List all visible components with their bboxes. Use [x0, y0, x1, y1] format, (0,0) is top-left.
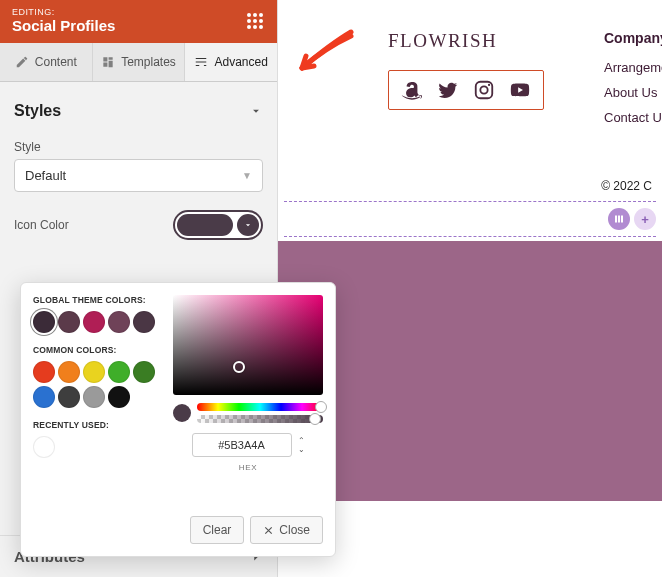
brand-logo-text: FLOWRISH [388, 30, 544, 52]
color-swatch[interactable] [58, 311, 80, 333]
footer-link[interactable]: Contact Us [604, 110, 662, 125]
style-select[interactable]: Default ▼ [14, 159, 263, 192]
close-icon [263, 525, 274, 536]
block-title: Social Profiles [12, 17, 115, 34]
footer-link[interactable]: Arrangements [604, 60, 662, 75]
sidebar-header: EDITING: Social Profiles [0, 0, 277, 43]
close-button[interactable]: Close [250, 516, 323, 544]
saturation-lightness-field[interactable] [173, 295, 323, 395]
add-block-button[interactable]: + [634, 208, 656, 230]
templates-icon [101, 55, 115, 69]
tab-templates[interactable]: Templates [93, 43, 186, 81]
color-swatch[interactable] [83, 386, 105, 408]
social-profiles-block[interactable] [388, 70, 544, 110]
color-swatch[interactable] [83, 311, 105, 333]
editing-label: EDITING: [12, 7, 115, 17]
color-swatch[interactable] [83, 361, 105, 383]
tab-bar: Content Templates Advanced [0, 43, 277, 82]
chevron-down-icon: ▼ [242, 170, 252, 181]
tab-label: Content [35, 55, 77, 69]
color-dropdown-toggle[interactable] [237, 214, 259, 236]
color-swatch[interactable] [133, 311, 155, 333]
common-swatches [33, 361, 173, 408]
chevron-down-icon [249, 104, 263, 118]
global-colors-title: GLOBAL THEME COLORS: [33, 295, 173, 305]
drag-handle-icon[interactable] [245, 11, 265, 31]
alpha-slider[interactable] [197, 415, 323, 423]
color-swatch[interactable] [33, 311, 55, 333]
amazon-icon[interactable] [401, 79, 423, 101]
columns-toggle-icon[interactable] [608, 208, 630, 230]
color-picker-popover: GLOBAL THEME COLORS: COMMON COLORS: RECE… [20, 282, 336, 557]
tab-advanced[interactable]: Advanced [185, 43, 277, 81]
global-swatches [33, 311, 173, 333]
pencil-icon [15, 55, 29, 69]
company-heading: Company [604, 30, 662, 46]
color-swatch[interactable] [58, 386, 80, 408]
icon-color-button[interactable] [173, 210, 263, 240]
color-swatch[interactable] [133, 361, 155, 383]
builder-drop-zone[interactable]: + [284, 201, 656, 237]
tab-label: Advanced [214, 55, 267, 69]
common-colors-title: COMMON COLORS: [33, 345, 173, 355]
styles-accordion-toggle[interactable]: Styles [14, 96, 263, 134]
current-color-swatch [173, 404, 191, 422]
format-stepper[interactable]: ⌃⌄ [298, 436, 305, 454]
color-swatch[interactable] [33, 436, 55, 458]
style-value: Default [25, 168, 66, 183]
recent-swatches [33, 436, 173, 458]
copyright-text: © 2022 C [278, 175, 662, 201]
icon-color-label: Icon Color [14, 218, 69, 232]
svg-point-1 [480, 86, 487, 93]
color-swatch[interactable] [108, 361, 130, 383]
section-title: Styles [14, 102, 61, 120]
color-swatch[interactable] [108, 386, 130, 408]
picker-cursor[interactable] [233, 361, 245, 373]
footer-section: FLOWRISH Company Arrangements About Us C… [278, 0, 662, 175]
hue-slider[interactable] [197, 403, 323, 411]
color-swatch[interactable] [33, 361, 55, 383]
youtube-icon[interactable] [509, 79, 531, 101]
slider-thumb[interactable] [309, 413, 321, 425]
color-swatch[interactable] [108, 311, 130, 333]
recent-colors-title: RECENTLY USED: [33, 420, 173, 430]
hex-input[interactable] [192, 433, 292, 457]
style-field-label: Style [14, 140, 263, 154]
instagram-icon[interactable] [473, 79, 495, 101]
color-swatch[interactable] [33, 386, 55, 408]
color-swatch [177, 214, 233, 236]
twitter-icon[interactable] [437, 79, 459, 101]
svg-point-2 [488, 84, 490, 86]
color-swatch[interactable] [58, 361, 80, 383]
tab-content[interactable]: Content [0, 43, 93, 81]
tab-label: Templates [121, 55, 176, 69]
hex-label: HEX [173, 463, 323, 472]
clear-button[interactable]: Clear [190, 516, 245, 544]
footer-links: Arrangements About Us Contact Us [604, 60, 662, 125]
chevron-down-icon [243, 220, 253, 230]
sliders-icon [194, 55, 208, 69]
slider-thumb[interactable] [315, 401, 327, 413]
styles-section: Styles Style Default ▼ Icon Color [0, 82, 277, 244]
footer-link[interactable]: About Us [604, 85, 662, 100]
